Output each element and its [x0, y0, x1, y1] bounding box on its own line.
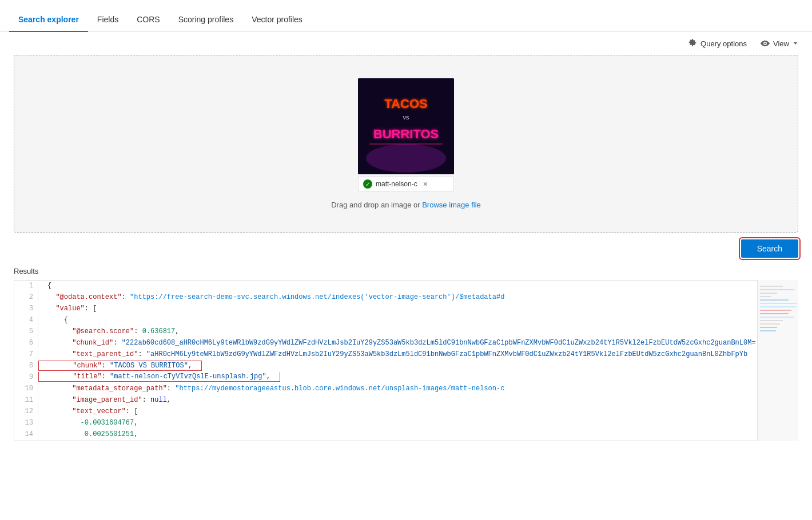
toolbar: Query options View [0, 32, 812, 55]
tab-scoring-profiles[interactable]: Scoring profiles [169, 15, 243, 32]
search-button[interactable]: Search [741, 239, 798, 258]
code-line: 14 0.0025501251, [14, 429, 798, 441]
view-button[interactable]: View [761, 39, 798, 48]
file-name-label: matt-nelson-c [376, 180, 417, 188]
code-line: 12 "text_vector": [ [14, 406, 798, 418]
code-line: 5 "@search.score": 0.636817, [14, 326, 798, 338]
image-preview-wrapper: TACOS vs BURRITOS [358, 78, 454, 191]
highlighted-title-line: 9 "title": "matt-nelson-cTyVIvzQslE-unsp… [14, 372, 798, 383]
eye-icon [761, 39, 770, 48]
view-label: View [773, 39, 789, 48]
code-line: 7 "text_parent_id": "aHR0cHM6Ly9teWRlbW9… [14, 349, 798, 361]
query-options-button[interactable]: Query options [688, 39, 747, 48]
tab-search-explorer[interactable]: Search explorer [9, 15, 88, 32]
image-drop-zone[interactable]: TACOS vs BURRITOS [14, 55, 798, 233]
odata-context-link[interactable]: "https://free-search-demo-svc.search.win… [130, 293, 504, 301]
svg-text:BURRITOS: BURRITOS [373, 127, 439, 141]
chevron-down-icon [793, 41, 798, 46]
drop-instruction: Drag and drop an image or Browse image f… [331, 201, 481, 209]
code-line: 6 "chunk_id": "222ab60cd608_aHR0cHM6Ly9t… [14, 338, 798, 349]
results-panel[interactable]: 1 { 2 "@odata.context": "https://free-se… [14, 280, 798, 441]
code-line: 3 "value": [ [14, 303, 798, 315]
code-line: 2 "@odata.context": "https://free-search… [14, 292, 798, 303]
gear-icon [688, 39, 697, 48]
search-bar-row: Search [0, 233, 812, 265]
highlighted-chunk-line: 8 "chunk": "TACOS VS BURRITOS", [14, 361, 798, 372]
code-line: 13 -0.0031604767, [14, 418, 798, 429]
remove-file-button[interactable]: × [423, 179, 428, 189]
results-label: Results [0, 265, 812, 280]
query-options-label: Query options [700, 39, 747, 48]
code-line: 1 { [14, 281, 798, 292]
svg-text:vs: vs [403, 114, 410, 121]
svg-text:TACOS: TACOS [384, 97, 427, 111]
svg-point-1 [366, 144, 446, 173]
tab-cors[interactable]: CORS [128, 15, 169, 32]
code-line: 11 "image_parent_id": null, [14, 395, 798, 406]
browse-link[interactable]: Browse image file [422, 201, 481, 209]
storage-path-link[interactable]: "https://mydemostorageeastus.blob.core.w… [175, 385, 504, 393]
tab-bar: Search explorer Fields CORS Scoring prof… [0, 0, 812, 32]
tab-vector-profiles[interactable]: Vector profiles [242, 15, 312, 32]
check-circle-icon: ✓ [363, 179, 372, 189]
code-line: 4 { [14, 315, 798, 326]
tab-fields[interactable]: Fields [88, 15, 128, 32]
code-line: 10 "metadata_storage_path": "https://myd… [14, 383, 798, 395]
file-badge: ✓ matt-nelson-c × [358, 177, 454, 191]
image-preview: TACOS vs BURRITOS [358, 78, 454, 174]
code-wrapper: 1 { 2 "@odata.context": "https://free-se… [0, 280, 812, 441]
